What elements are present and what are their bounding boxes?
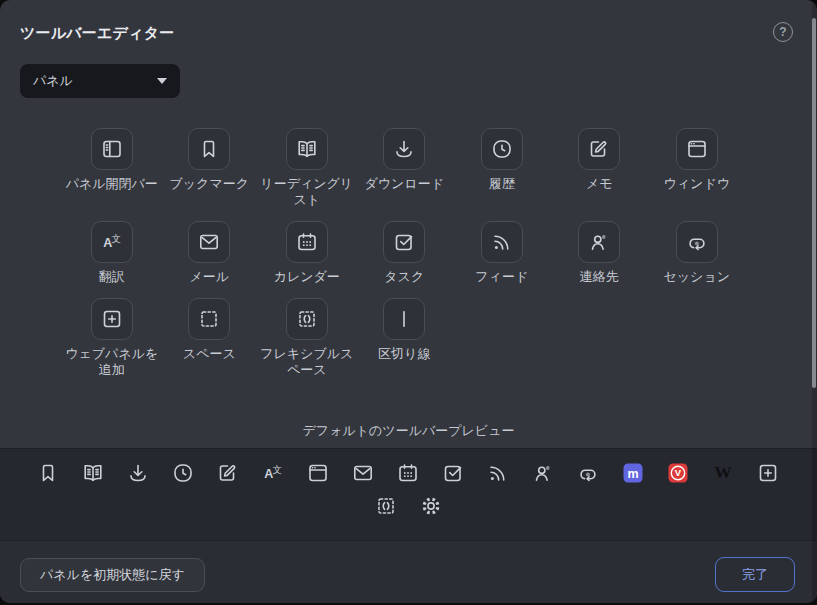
reading-list-icon — [286, 128, 328, 170]
palette-item-label: パネル開閉バー — [66, 176, 158, 192]
palette-item-label: 翻訳 — [99, 269, 125, 285]
bookmark-icon[interactable] — [34, 459, 62, 487]
toolbar-editor-dialog: ツールバーエディター ? パネル パネル開閉バーブックマークリーディングリストダ… — [0, 0, 817, 603]
svg-text:文: 文 — [272, 464, 282, 475]
history-icon — [481, 128, 523, 170]
help-icon[interactable]: ? — [773, 22, 793, 42]
contacts-icon[interactable] — [529, 459, 557, 487]
mail-icon — [188, 221, 230, 263]
palette-item-label: ブックマーク — [169, 176, 249, 192]
palette-item-translate[interactable]: A文翻訳 — [63, 221, 161, 285]
wikipedia-icon[interactable]: W — [709, 459, 737, 487]
palette-item-contacts[interactable]: 連絡先 — [551, 221, 649, 285]
palette-item-label: フレキシブルスペース — [258, 346, 355, 378]
palette-item-session[interactable]: セッション — [648, 221, 746, 285]
mastodon-icon[interactable]: m — [619, 459, 647, 487]
palette-item-separator[interactable]: 区切り線 — [356, 298, 454, 378]
svg-text:W: W — [714, 462, 732, 482]
footer-bar: パネルを初期状態に戻す 完了 — [0, 540, 817, 603]
chevron-down-icon — [157, 78, 167, 84]
tasks-icon[interactable] — [439, 459, 467, 487]
palette-item-tasks[interactable]: タスク — [356, 221, 454, 285]
help-glyph: ? — [779, 25, 786, 39]
palette-item-label: セッション — [663, 269, 730, 285]
page-title: ツールバーエディター — [20, 24, 174, 43]
palette-grid: パネル開閉バーブックマークリーディングリストダウンロード履歴メモウィンドウA文翻… — [63, 128, 753, 391]
settings-icon[interactable] — [417, 492, 445, 520]
palette-row: パネル開閉バーブックマークリーディングリストダウンロード履歴メモウィンドウ — [63, 128, 753, 208]
mail-icon[interactable] — [349, 459, 377, 487]
palette-item-feed[interactable]: フィード — [453, 221, 551, 285]
palette-item-download[interactable]: ダウンロード — [356, 128, 454, 208]
palette-item-notes[interactable]: メモ — [551, 128, 649, 208]
svg-text:文: 文 — [111, 233, 121, 244]
notes-icon — [578, 128, 620, 170]
palette-item-label: 履歴 — [489, 176, 515, 192]
palette-item-label: 区切り線 — [378, 346, 430, 362]
palette-item-label: メール — [189, 269, 229, 285]
palette-item-label: フィード — [475, 269, 528, 285]
palette-item-label: ウェブパネルを追加 — [63, 346, 160, 378]
palette-item-label: リーディングリスト — [258, 176, 355, 208]
scrollbar-thumb[interactable] — [812, 18, 816, 388]
download-icon — [383, 128, 425, 170]
contacts-icon — [578, 221, 620, 263]
svg-text:m: m — [627, 467, 638, 481]
palette-item-window[interactable]: ウィンドウ — [648, 128, 746, 208]
palette-item-add-webpanel[interactable]: ウェブパネルを追加 — [63, 298, 161, 378]
feed-icon[interactable] — [484, 459, 512, 487]
preview-toolbar-row-1: A文mVW — [0, 449, 817, 487]
add-webpanel-icon — [91, 298, 133, 340]
reset-panel-button[interactable]: パネルを初期状態に戻す — [20, 558, 205, 592]
preview-label: デフォルトのツールバープレビュー — [0, 422, 817, 440]
palette-item-space[interactable]: スペース — [161, 298, 259, 378]
palette-item-calendar[interactable]: カレンダー — [258, 221, 356, 285]
palette-item-label: メモ — [586, 176, 613, 192]
feed-icon — [481, 221, 523, 263]
calendar-icon[interactable] — [394, 459, 422, 487]
bookmark-icon — [188, 128, 230, 170]
palette-item-panel-toggle[interactable]: パネル開閉バー — [63, 128, 161, 208]
palette-item-label: ダウンロード — [364, 176, 444, 192]
tasks-icon — [383, 221, 425, 263]
add-webpanel-icon[interactable] — [754, 459, 782, 487]
palette-item-history[interactable]: 履歴 — [453, 128, 551, 208]
panel-toggle-icon — [91, 128, 133, 170]
palette-item-bookmark[interactable]: ブックマーク — [161, 128, 259, 208]
session-icon[interactable] — [574, 459, 602, 487]
history-icon[interactable] — [169, 459, 197, 487]
separator-icon — [383, 298, 425, 340]
palette-item-label: スペース — [183, 346, 236, 362]
session-icon — [676, 221, 718, 263]
palette-item-flexible-space[interactable]: フレキシブルスペース — [258, 298, 356, 378]
scrollbar-track[interactable] — [812, 0, 817, 603]
palette-item-mail[interactable]: メール — [161, 221, 259, 285]
vivaldi-icon[interactable]: V — [664, 459, 692, 487]
flexible-space-icon[interactable] — [372, 492, 400, 520]
palette-row: ウェブパネルを追加スペースフレキシブルスペース区切り線 — [63, 298, 753, 378]
translate-icon: A文 — [91, 221, 133, 263]
window-icon — [676, 128, 718, 170]
svg-text:V: V — [675, 467, 682, 478]
reading-list-icon[interactable] — [79, 459, 107, 487]
done-button[interactable]: 完了 — [715, 557, 795, 592]
toolbar-select[interactable]: パネル — [20, 64, 180, 98]
space-icon — [188, 298, 230, 340]
palette-item-label: 連絡先 — [580, 269, 619, 285]
download-icon[interactable] — [124, 459, 152, 487]
palette-row: A文翻訳メールカレンダータスクフィード連絡先セッション — [63, 221, 753, 285]
calendar-icon — [286, 221, 328, 263]
toolbar-preview: A文mVW — [0, 448, 817, 540]
flexible-space-icon — [286, 298, 328, 340]
window-icon[interactable] — [304, 459, 332, 487]
translate-icon[interactable]: A文 — [259, 459, 287, 487]
palette-item-reading-list[interactable]: リーディングリスト — [258, 128, 356, 208]
palette-item-label: カレンダー — [274, 269, 340, 285]
notes-icon[interactable] — [214, 459, 242, 487]
toolbar-select-value: パネル — [33, 72, 73, 90]
palette-item-label: タスク — [384, 269, 424, 285]
preview-toolbar-row-2 — [0, 492, 817, 520]
palette-item-label: ウィンドウ — [663, 176, 730, 192]
